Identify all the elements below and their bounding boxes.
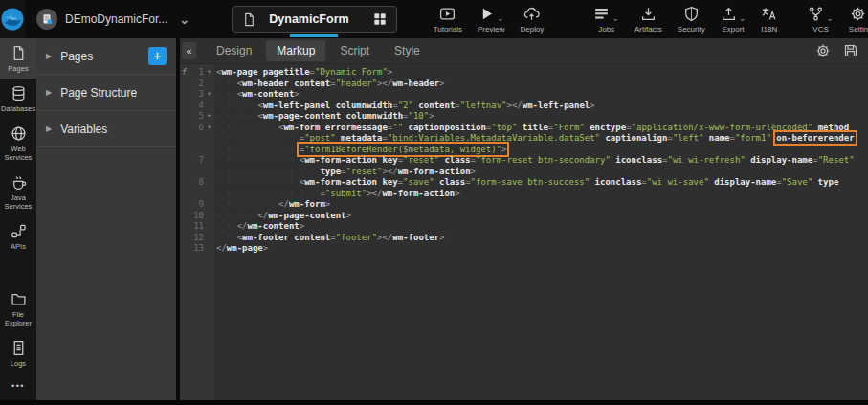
line-number: 8	[189, 177, 204, 189]
settings-gear-icon	[850, 6, 866, 22]
panel-section-pages[interactable]: ▶Pages+	[36, 38, 176, 75]
code-line-8: 8· · · · · · · · <wm-form-action key="sa…	[180, 177, 868, 189]
collapse-panel-button[interactable]: «	[182, 42, 196, 59]
fold-toggle-icon[interactable]: ▾	[204, 89, 214, 101]
tab-design[interactable]: Design	[206, 40, 262, 61]
line-number: 6	[189, 123, 204, 134]
code-line-11: 11· · </wm-content>	[180, 221, 868, 233]
sidebar-item-logs[interactable]: Logs	[0, 333, 36, 373]
chevron-down-icon: ⌄	[612, 14, 619, 23]
code-text: · · · · </wm-page-content>	[214, 211, 351, 222]
line-number: 9	[189, 199, 204, 211]
sidebar-item-label: File Explorer	[1, 310, 35, 327]
tab-script[interactable]: Script	[329, 40, 380, 61]
chevron-down-icon: ⌄	[179, 12, 189, 27]
toolbar-artifacts-button[interactable]: Artifacts	[627, 6, 670, 34]
line-number: 5	[189, 111, 204, 123]
folder-icon	[11, 291, 27, 307]
fold-toggle-icon[interactable]: ▾	[204, 111, 214, 123]
sidebar-item-label: Logs	[11, 359, 26, 368]
code-line-13: 13</wm-page>	[180, 243, 868, 255]
grid-icon[interactable]	[373, 12, 387, 26]
logs-doc-icon	[11, 340, 27, 356]
tab-markup[interactable]: Markup	[266, 40, 325, 61]
panel-section-page-structure[interactable]: ▶Page Structure	[36, 75, 176, 111]
editor-actions	[815, 43, 858, 58]
page-doc-icon	[242, 12, 256, 27]
code-text: · · · · · · · · · · ="submit"></wm-form-…	[214, 189, 460, 200]
tab-style[interactable]: Style	[384, 40, 431, 61]
toolbar-export-button[interactable]: ⌄Export	[713, 6, 754, 34]
toolbar-preview-button[interactable]: ⌄Preview	[470, 6, 512, 34]
fold-toggle-icon[interactable]: ▾	[204, 67, 214, 79]
sidebar-item-label: Java Services	[1, 193, 35, 211]
editor-tabbar: « DesignMarkupScriptStyle	[180, 38, 868, 64]
on-beforerender-highlight: on-beforerender	[776, 133, 854, 143]
chevron-down-icon: ⌄	[826, 14, 834, 23]
sidebar-item-label: Databases	[1, 104, 35, 113]
code-line-6-wrap1: · · · · · · · · ="post" metadata="bind:V…	[180, 133, 868, 145]
editor-settings-gear-icon[interactable]	[815, 43, 831, 58]
api-nodes-icon	[11, 223, 27, 239]
project-selector[interactable]: DEmoDynamicFor... ⌄	[36, 9, 189, 30]
caret-right-icon: ▶	[46, 88, 52, 97]
page-tab-dynamicform[interactable]: DynamicForm	[232, 6, 396, 33]
chevron-down-icon: ⌄	[497, 14, 504, 23]
line-number: 3	[189, 89, 204, 101]
sidebar-item-web-services[interactable]: Web Services	[0, 119, 36, 168]
code-line-12: 12· · <wm-footer content="footer"></wm-f…	[180, 233, 868, 244]
globe-icon	[11, 125, 27, 142]
toolbar-security-button[interactable]: Security	[670, 6, 713, 34]
code-line-4: 4· · · · <wm-left-panel columnwidth="2" …	[180, 101, 868, 112]
deploy-cloud-icon	[523, 6, 540, 22]
toolbar-settings-button[interactable]: ⌄Settings	[841, 6, 868, 34]
toolbar-i18n-button[interactable]: I18N	[753, 6, 785, 34]
line-number: 1	[189, 67, 204, 79]
sidebar-item-label: Pages	[8, 64, 28, 73]
code-line-10: 10· · · · </wm-page-content>	[180, 211, 868, 222]
toolbar-label: Deploy	[520, 25, 544, 34]
toolbar-label: Tutorials	[434, 25, 462, 34]
caret-right-icon: ▶	[46, 52, 52, 60]
add-page-button[interactable]: +	[148, 47, 167, 65]
project-avatar	[36, 9, 57, 30]
code-line-3: 3▾· · <wm-content>	[180, 89, 868, 101]
toolbar-vcs-button[interactable]: ⌄VCS	[800, 6, 841, 34]
fold-toggle-icon[interactable]: ▾	[204, 123, 214, 134]
toolbar-label: Settings	[849, 25, 868, 34]
code-text: · · · · · · <wm-form errormessage="" cap…	[214, 123, 849, 134]
sidebar-item-apis[interactable]: APIs	[0, 216, 36, 257]
code-text: · · · · <wm-left-panel columnwidth="2" c…	[214, 101, 595, 112]
caret-right-icon: ▶	[46, 124, 52, 133]
code-text: · · · · · · · · <wm-form-action key="sav…	[214, 177, 838, 189]
save-file-icon[interactable]	[843, 43, 858, 58]
toolbar-label: Export	[722, 25, 744, 34]
sidebar-item-file-explorer[interactable]: File Explorer	[0, 284, 36, 333]
line-number: 11	[189, 221, 204, 233]
sidebar-item-java-services[interactable]: Java Services	[0, 168, 36, 216]
code-text: · · <wm-content>	[214, 89, 300, 101]
line-number: 4	[189, 101, 204, 112]
code-line-9: 9· · · · · · </wm-form>	[180, 199, 868, 211]
toolbar-tutorials-button[interactable]: Tutorials	[426, 6, 470, 34]
toolbar-label: Security	[678, 25, 705, 34]
gutter-marker: f	[180, 67, 189, 79]
code-text: · · · · · · · · <wm-form-action key="res…	[214, 155, 855, 167]
code-text: <wm-page pagetitle="Dynamic Form">	[214, 67, 392, 79]
more-options-button[interactable]: •••	[11, 373, 25, 400]
sidebar-item-databases[interactable]: Databases	[0, 79, 36, 119]
wavemaker-logo[interactable]	[0, 0, 25, 38]
code-line-8-wrap1: · · · · · · · · · · ="submit"></wm-form-…	[180, 189, 868, 200]
wavemaker-ide: DEmoDynamicFor... ⌄ DynamicForm Tutorial…	[0, 0, 868, 405]
toolbar-jobs-button[interactable]: ⌄Jobs	[586, 6, 627, 34]
line-number: 13	[189, 243, 204, 255]
code-line-2: 2· · <wm-header content="header"></wm-he…	[180, 79, 868, 90]
code-text: · · · · <wm-page-content columnwidth="10…	[214, 111, 434, 123]
toolbar-label: Artifacts	[634, 25, 662, 34]
markup-code-editor[interactable]: f1▾<wm-page pagetitle="Dynamic Form">2· …	[180, 64, 868, 400]
panel-section-variables[interactable]: ▶Variables	[36, 111, 176, 147]
toolbar-deploy-button[interactable]: Deploy	[512, 6, 551, 34]
i18n-translate-icon	[761, 6, 777, 22]
code-text: · · · · · · · · · · type="reset"></wm-fo…	[214, 167, 476, 178]
sidebar-item-pages[interactable]: Pages	[0, 38, 36, 79]
